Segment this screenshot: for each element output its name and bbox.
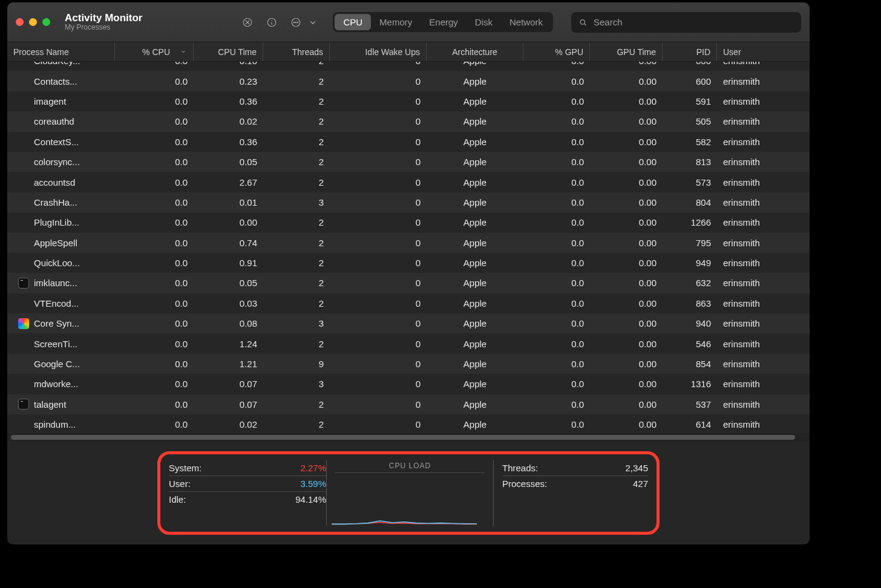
column-header-threads[interactable]: Threads: [263, 42, 330, 61]
options-button[interactable]: [287, 13, 305, 31]
table-row[interactable]: imklaunc...0.00.0520Apple0.00.00632erins…: [7, 273, 810, 293]
cell-pid: 1316: [663, 379, 717, 389]
table-row[interactable]: CrashHa...0.00.0130Apple0.00.00804erinsm…: [7, 192, 810, 212]
tab-network[interactable]: Network: [501, 14, 551, 30]
table-row[interactable]: accountsd0.02.6720Apple0.00.00573erinsmi…: [7, 172, 810, 192]
cell-time: 0.02: [194, 419, 263, 430]
process-name: Contacts...: [34, 76, 77, 87]
stop-process-button[interactable]: [238, 13, 257, 31]
column-header-cpu-time[interactable]: CPU Time: [194, 42, 263, 61]
process-name: colorsync...: [34, 157, 80, 167]
table-row[interactable]: colorsync...0.00.0520Apple0.00.00813erin…: [7, 152, 810, 172]
table-row[interactable]: ScreenTi...0.01.2420Apple0.00.00546erins…: [7, 333, 810, 353]
cell-idle: 0: [330, 238, 427, 248]
minimize-window-button[interactable]: [29, 18, 37, 26]
cell-cpu: 0.0: [115, 399, 194, 410]
column-header-process-name[interactable]: Process Name: [7, 42, 115, 61]
column-header-architecture[interactable]: Architecture: [427, 42, 523, 61]
table-row[interactable]: Contacts...0.00.2320Apple0.00.00600erins…: [7, 71, 810, 91]
column-header-idle-wake-ups[interactable]: Idle Wake Ups: [330, 42, 427, 61]
cell-cpu: 0.0: [115, 177, 194, 188]
table-row[interactable]: Google C...0.01.2190Apple0.00.00854erins…: [7, 354, 810, 374]
cell-threads: 2: [263, 278, 330, 288]
cell-idle: 0: [330, 278, 427, 288]
cell-threads: 9: [263, 359, 330, 369]
threads-value: 2,345: [625, 463, 648, 473]
table-row[interactable]: spindum...0.00.0220Apple0.00.00614erinsm…: [7, 414, 810, 433]
cell-pid: 863: [663, 298, 717, 309]
table-row[interactable]: VTEncod...0.00.0320Apple0.00.00863erinsm…: [7, 293, 810, 313]
cell-threads: 2: [263, 177, 330, 188]
cell-idle: 0: [330, 298, 427, 309]
search-input[interactable]: [592, 16, 794, 28]
info-button[interactable]: [263, 13, 281, 31]
cell-arch: Apple: [427, 238, 523, 248]
cell-idle: 0: [330, 76, 427, 87]
cell-idle: 0: [330, 217, 427, 227]
cell-gputime: 0.00: [590, 278, 663, 288]
cell-gputime: 0.00: [590, 379, 663, 389]
horizontal-scrollbar[interactable]: [7, 433, 810, 442]
svg-line-11: [585, 24, 586, 25]
svg-point-8: [296, 22, 297, 23]
cell-user: erinsmith: [717, 62, 802, 66]
tab-disk[interactable]: Disk: [467, 14, 501, 30]
cell-arch: Apple: [427, 359, 523, 369]
process-name-cell: VTEncod...: [7, 298, 115, 309]
zoom-window-button[interactable]: [42, 18, 50, 26]
table-row[interactable]: ContextS...0.00.3620Apple0.00.00582erins…: [7, 132, 810, 152]
process-name: imklaunc...: [34, 278, 77, 288]
cell-threads: 2: [263, 157, 330, 167]
cell-cpu: 0.0: [115, 278, 194, 288]
cell-time: 2.67: [194, 177, 263, 188]
table-row[interactable]: PlugInLib...0.00.0020Apple0.00.001266eri…: [7, 212, 810, 232]
tab-cpu[interactable]: CPU: [335, 14, 371, 30]
cell-threads: 2: [263, 258, 330, 268]
close-window-button[interactable]: [16, 18, 24, 26]
column-header-label: Architecture: [452, 47, 497, 57]
table-row[interactable]: Core Syn...0.00.0830Apple0.00.00940erins…: [7, 313, 810, 333]
table-row[interactable]: mdworke...0.00.0730Apple0.00.001316erins…: [7, 374, 810, 394]
cell-gputime: 0.00: [590, 217, 663, 227]
cell-idle: 0: [330, 157, 427, 167]
svg-point-10: [580, 19, 585, 24]
cell-user: erinsmith: [717, 177, 802, 188]
cell-arch: Apple: [427, 177, 523, 188]
table-row[interactable]: imagent0.00.3620Apple0.00.00591erinsmith: [7, 91, 810, 111]
process-name-cell: PlugInLib...: [7, 217, 115, 228]
cell-arch: Apple: [427, 339, 523, 349]
tab-energy[interactable]: Energy: [421, 14, 467, 30]
table-row[interactable]: coreauthd0.00.0220Apple0.00.00505erinsmi…: [7, 111, 810, 131]
svg-point-5: [272, 20, 272, 21]
tab-memory[interactable]: Memory: [371, 14, 421, 30]
table-row[interactable]: QuickLoo...0.00.9120Apple0.00.00949erins…: [7, 253, 810, 273]
cell-arch: Apple: [427, 116, 523, 126]
table-row[interactable]: AppleSpell0.00.7420Apple0.00.00795erinsm…: [7, 233, 810, 253]
column-header-user[interactable]: User: [717, 42, 802, 61]
cell-pid: 573: [663, 177, 717, 188]
cell-gpu: 0.0: [523, 217, 590, 227]
column-header--gpu[interactable]: % GPU: [523, 42, 590, 61]
options-dropdown-chevron-icon[interactable]: [304, 13, 322, 31]
table-row[interactable]: CloudKey...0.00.1020Apple0.00.00000erins…: [7, 62, 810, 71]
cell-user: erinsmith: [717, 399, 802, 410]
cell-arch: Apple: [427, 278, 523, 288]
window-title: Activity Monitor: [65, 12, 142, 24]
cell-time: 0.23: [194, 76, 263, 87]
cpu-load-chart: CPU LOAD: [326, 460, 494, 526]
cell-gputime: 0.00: [590, 359, 663, 369]
cell-idle: 0: [330, 62, 427, 66]
toolbar: Activity Monitor My Processes CPUMemoryE…: [7, 2, 810, 42]
cpu-counts: Threads: 2,345 Processes: 427: [494, 460, 648, 526]
search-field[interactable]: [571, 12, 801, 33]
cell-pid: 505: [663, 116, 717, 126]
column-header-gpu-time[interactable]: GPU Time: [590, 42, 663, 61]
process-name: ContextS...: [34, 137, 79, 147]
cpu-load-chart-title: CPU LOAD: [335, 460, 485, 473]
table-row[interactable]: talagent0.00.0720Apple0.00.00537erinsmit…: [7, 394, 810, 414]
cell-gpu: 0.0: [523, 62, 590, 66]
svg-point-7: [294, 22, 295, 23]
horizontal-scrollbar-thumb[interactable]: [11, 435, 795, 440]
column-header-pid[interactable]: PID: [663, 42, 717, 61]
column-header--cpu[interactable]: % CPU: [115, 42, 194, 61]
